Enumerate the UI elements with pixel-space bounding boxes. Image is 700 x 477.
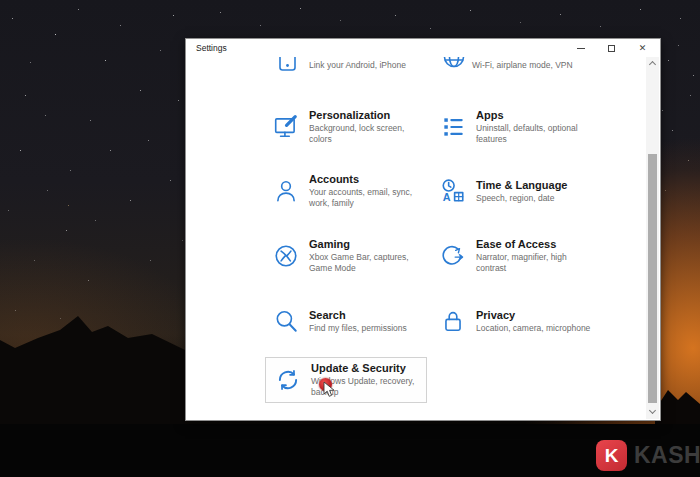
tile-personalization[interactable]: Personalization Background, lock screen,… (264, 104, 426, 150)
bottom-band (0, 424, 700, 477)
tile-subtitle: Narrator, magnifier, high contrast (476, 252, 592, 274)
phone-icon (277, 57, 299, 73)
scrollbar-thumb[interactable] (648, 154, 657, 403)
tile-subtitle: Your accounts, email, sync, work, family (309, 187, 422, 209)
tile-ease-of-access[interactable]: Ease of Access Narrator, magnifier, high… (431, 233, 593, 279)
scrollbar[interactable] (646, 57, 659, 419)
phone-subtitle[interactable]: Link your Android, iPhone (309, 60, 406, 70)
window-controls: ✕ (565, 39, 658, 57)
stars (0, 0, 1, 1)
kashi-logo-letter: K (605, 445, 619, 467)
settings-content: Link your Android, iPhone Wi-Fi, airplan… (186, 57, 645, 420)
scroll-down-icon[interactable] (648, 407, 655, 414)
tile-time-language[interactable]: A Time & Language Speech, region, date (431, 168, 593, 214)
tile-update-security[interactable]: Update & Security Windows Update, recove… (265, 357, 427, 403)
kashi-watermark: K KASHI (596, 440, 700, 471)
tile-title: Gaming (309, 238, 422, 251)
tile-title: Accounts (309, 173, 422, 186)
minimize-button[interactable] (565, 39, 596, 57)
tile-apps[interactable]: Apps Uninstall, defaults, optional featu… (431, 104, 593, 150)
svg-text:A: A (443, 191, 451, 203)
tile-title: Ease of Access (476, 238, 592, 251)
search-icon (273, 308, 299, 334)
tile-search[interactable]: Search Find my files, permissions (264, 298, 426, 344)
kashi-brand-text: KASHI (634, 442, 700, 469)
settings-window: Settings ✕ Link your Android, iPhone Wi-… (185, 38, 661, 421)
kashi-logo-badge: K (596, 440, 627, 471)
ease-of-access-icon (440, 243, 466, 269)
maximize-icon (608, 45, 615, 52)
apps-icon (440, 114, 466, 140)
time-language-icon: A (440, 178, 466, 204)
tile-subtitle: Xbox Game Bar, captures, Game Mode (309, 252, 422, 274)
tile-title: Privacy (476, 309, 590, 322)
tile-subtitle: Uninstall, defaults, optional features (476, 123, 592, 145)
privacy-icon (440, 308, 466, 334)
tile-title: Update & Security (311, 362, 424, 375)
gaming-icon (273, 243, 299, 269)
tile-accounts[interactable]: Accounts Your accounts, email, sync, wor… (264, 168, 426, 214)
tile-subtitle: Location, camera, microphone (476, 323, 590, 334)
scroll-up-icon[interactable] (648, 61, 655, 68)
mouse-cursor-icon (323, 381, 335, 398)
maximize-button[interactable] (596, 39, 627, 57)
tile-title: Personalization (309, 109, 422, 122)
network-subtitle[interactable]: Wi-Fi, airplane mode, VPN (472, 60, 573, 70)
title-bar[interactable]: Settings ✕ (186, 39, 660, 57)
accounts-icon (273, 178, 299, 204)
tile-privacy[interactable]: Privacy Location, camera, microphone (431, 298, 593, 344)
tile-title: Apps (476, 109, 592, 122)
tile-subtitle: Speech, region, date (476, 193, 567, 204)
close-button[interactable]: ✕ (627, 39, 658, 57)
tile-subtitle: Background, lock screen, colors (309, 123, 422, 145)
window-title: Settings (196, 43, 227, 53)
tile-title: Search (309, 309, 407, 322)
tile-gaming[interactable]: Gaming Xbox Game Bar, captures, Game Mod… (264, 233, 426, 279)
tile-title: Time & Language (476, 179, 567, 192)
close-icon: ✕ (639, 44, 647, 53)
minimize-icon (577, 48, 585, 49)
globe-icon (442, 57, 466, 70)
tile-subtitle: Find my files, permissions (309, 323, 407, 334)
update-security-icon (275, 367, 301, 393)
personalization-icon (273, 114, 299, 140)
